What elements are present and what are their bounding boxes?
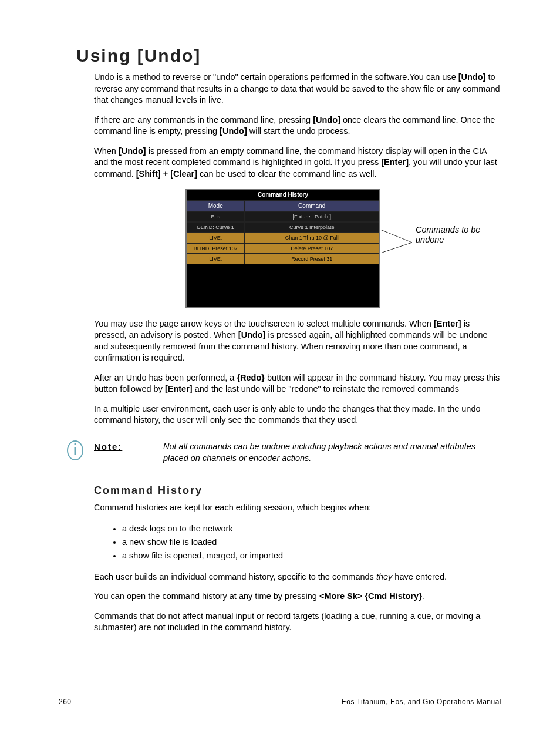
table-title: Command History [187, 190, 379, 200]
text: Undo is a method to reverse or "undo" ce… [94, 72, 458, 82]
key-label: [Undo] [119, 146, 146, 156]
section-title: Command History [94, 483, 501, 497]
svg-rect-4 [75, 447, 76, 455]
table-row: BLIND: Preset 107Delete Preset 107 [187, 243, 379, 254]
info-icon [66, 438, 85, 461]
paragraph-6: In a multiple user environment, each use… [94, 403, 501, 426]
annotation-lines-icon [380, 230, 421, 253]
key-label: {Redo} [237, 373, 265, 382]
note-text: Not all commands can be undone including… [163, 441, 501, 464]
cell-mode: LIVE: [187, 233, 244, 243]
text: When [94, 146, 119, 156]
key-label: [Undo] [238, 330, 266, 339]
text: You may use the page arrow keys or the t… [94, 319, 434, 328]
table-rows: Eos[Fixture : Patch ]BLIND: Curve 1Curve… [187, 211, 379, 264]
table-empty-area [187, 264, 379, 307]
note-label: Note: [94, 441, 163, 464]
cell-mode: BLIND: Preset 107 [187, 243, 244, 254]
text: After an Undo has been performed, a [94, 373, 237, 382]
annotation-text: Commands to be undone [416, 225, 492, 245]
svg-point-3 [74, 443, 76, 445]
cell-mode: LIVE: [187, 254, 244, 264]
table-row: Eos[Fixture : Patch ] [187, 211, 379, 222]
text: You can open the command history at any … [94, 591, 319, 601]
key-label: [Shift] + [Clear] [136, 169, 197, 179]
table-header-row: Mode Command [187, 200, 379, 211]
key-label: [Undo] [313, 115, 340, 124]
text: Each user builds an individual command h… [94, 572, 376, 581]
text: will start the undo process. [247, 126, 350, 136]
cell-command: Delete Preset 107 [244, 243, 379, 254]
text: If there are any commands in the command… [94, 115, 313, 124]
paragraph-10: Commands that do not affect manual input… [94, 611, 501, 634]
key-label: [Enter] [381, 157, 409, 167]
cell-command: Curve 1 Interpolate [244, 222, 379, 233]
command-history-figure: Command History Mode Command Eos[Fixture… [94, 189, 501, 308]
note-block: Note: Not all commands can be undone inc… [94, 435, 501, 470]
header-command: Command [244, 200, 379, 211]
key-label: [Enter] [165, 384, 193, 393]
page-footer: 260 Eos Titanium, Eos, and Gio Operation… [59, 698, 501, 706]
page-number: 260 [59, 698, 72, 706]
table-row: LIVE:Record Preset 31 [187, 254, 379, 264]
page-title: Using [Undo] [76, 46, 501, 66]
body: Undo is a method to reverse or "undo" ce… [94, 72, 501, 180]
table-row: BLIND: Curve 1Curve 1 Interpolate [187, 222, 379, 233]
key-label: <More Sk> {Cmd History} [319, 591, 422, 601]
key-label: [Enter] [434, 319, 461, 328]
cell-command: Chan 1 Thru 10 @ Full [244, 233, 379, 243]
header-mode: Mode [187, 200, 244, 211]
list-item: a new show file is loaded [122, 536, 501, 549]
command-history-table: Command History Mode Command Eos[Fixture… [185, 189, 380, 308]
text: . [422, 591, 424, 601]
paragraph-2: If there are any commands in the command… [94, 115, 501, 137]
annotation: Commands to be undone [386, 225, 492, 245]
table-row: LIVE:Chan 1 Thru 10 @ Full [187, 233, 379, 243]
list-item: a show file is opened, merged, or import… [122, 549, 501, 563]
text: and the last undo will be "redone" to re… [193, 384, 459, 393]
paragraph-7: Command histories are kept for each edit… [94, 502, 501, 514]
cell-command: Record Preset 31 [244, 254, 379, 264]
text: have entered. [392, 572, 447, 581]
paragraph-4: You may use the page arrow keys or the t… [94, 318, 501, 364]
svg-line-1 [380, 243, 412, 253]
paragraph-9: You can open the command history at any … [94, 591, 501, 603]
paragraph-5: After an Undo has been performed, a {Red… [94, 372, 501, 395]
key-label: [Undo] [458, 72, 486, 82]
cell-command: [Fixture : Patch ] [244, 211, 379, 222]
paragraph-3: When [Undo] is pressed from an empty com… [94, 146, 501, 180]
italic-text: they [376, 572, 392, 581]
bullet-list: a desk logs on to the networka new show … [94, 522, 501, 563]
cell-mode: Eos [187, 211, 244, 222]
list-item: a desk logs on to the network [122, 522, 501, 536]
manual-title: Eos Titanium, Eos, and Gio Operations Ma… [342, 698, 501, 706]
page: Using [Undo] Undo is a method to reverse… [0, 0, 560, 747]
paragraph-1: Undo is a method to reverse or "undo" ce… [94, 72, 501, 106]
svg-line-0 [380, 230, 412, 243]
paragraph-8: Each user builds an individual command h… [94, 571, 501, 583]
cell-mode: BLIND: Curve 1 [187, 222, 244, 233]
body-2: You may use the page arrow keys or the t… [94, 318, 501, 634]
text: can be used to clear the command line as… [197, 169, 376, 179]
key-label: [Undo] [220, 126, 247, 136]
